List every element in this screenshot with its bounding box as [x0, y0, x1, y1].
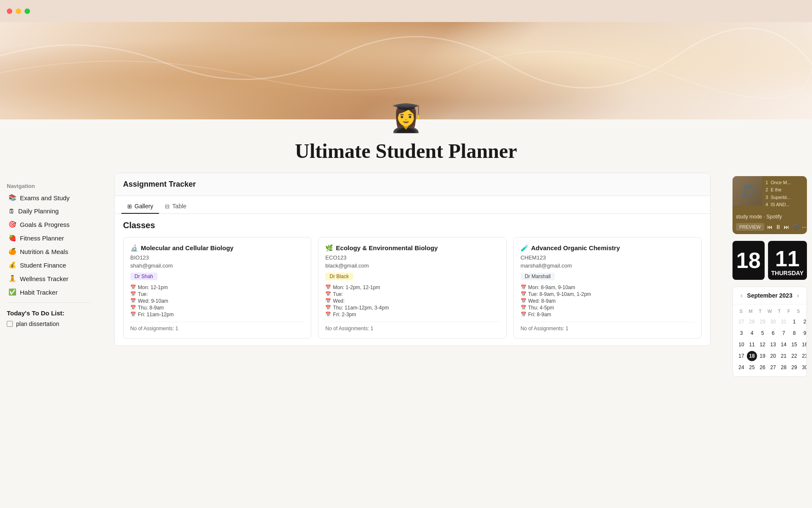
- maximize-button[interactable]: [25, 8, 30, 14]
- spotify-next-icon[interactable]: ⏭: [784, 224, 790, 230]
- cal-day-20[interactable]: 20: [768, 351, 778, 361]
- cal-day-28[interactable]: 28: [779, 362, 789, 373]
- sidebar-label-goals: Goals & Progress: [20, 221, 70, 228]
- sidebar-label-nutrition: Nutrition & Meals: [20, 248, 68, 255]
- cal-day-12[interactable]: 12: [757, 340, 768, 350]
- page-title: Ultimate Student Planner: [0, 139, 812, 163]
- gallery-tab-icon: ⊞: [127, 203, 132, 210]
- wellness-icon: 🧘: [8, 275, 16, 282]
- cal-day-5[interactable]: 5: [757, 328, 768, 338]
- chem-mon: 📅 Mon: 8-9am, 9-10am: [521, 284, 694, 290]
- gallery-tab-label: Gallery: [134, 203, 153, 210]
- bio-fri: 📅 Fri: 11am-12pm: [130, 312, 304, 318]
- calendar-header: ‹ September 2023 ›: [733, 287, 807, 304]
- tabs-bar: ⊞ Gallery ⊟ Table: [115, 196, 710, 214]
- fitness-icon: 🍓: [8, 234, 16, 242]
- cal-day-7[interactable]: 7: [779, 328, 789, 338]
- cal-icon: 📅: [325, 298, 331, 304]
- cal-day-1[interactable]: 1: [789, 317, 799, 327]
- cal-day-27-prev[interactable]: 27: [736, 317, 746, 327]
- assignment-tracker-header: Assignment Tracker: [115, 173, 710, 196]
- cal-day-8[interactable]: 8: [789, 328, 799, 338]
- sidebar-item-nutrition[interactable]: 🍊 Nutrition & Meals: [2, 245, 96, 258]
- habit-icon: ✅: [8, 288, 16, 296]
- cal-day-29[interactable]: 29: [789, 362, 799, 373]
- page-title-area: Ultimate Student Planner: [0, 134, 812, 173]
- sidebar-item-daily[interactable]: 🗓 Daily Planning: [2, 204, 96, 218]
- spotify-prev-icon[interactable]: ⏮: [767, 224, 773, 230]
- cal-day-13[interactable]: 13: [768, 340, 778, 350]
- cal-day-19[interactable]: 19: [757, 351, 768, 361]
- cal-day-26[interactable]: 26: [757, 362, 768, 373]
- cal-day-21[interactable]: 21: [779, 351, 789, 361]
- cal-icon: 📅: [325, 291, 331, 297]
- cal-day-6[interactable]: 6: [768, 328, 778, 338]
- eco-wed: 📅 Wed:: [325, 298, 499, 304]
- sidebar-label-daily: Daily Planning: [18, 207, 59, 215]
- cal-day-28-prev[interactable]: 28: [747, 317, 757, 327]
- cal-day-27[interactable]: 27: [768, 362, 778, 373]
- track-1-title: Once M...: [771, 179, 791, 185]
- cal-header-s2: S: [793, 308, 803, 315]
- spotify-more-icon[interactable]: ···: [802, 224, 807, 230]
- cal-header-t1: T: [755, 308, 765, 315]
- cal-icon: 📅: [130, 312, 136, 317]
- avatar-area: 👩‍🎓: [0, 102, 812, 134]
- spotify-controls[interactable]: PREVIEW ⏮ ⏸ ⏭ ➕ ···: [732, 221, 807, 234]
- cal-day-3[interactable]: 3: [736, 328, 746, 338]
- close-button[interactable]: [7, 8, 12, 14]
- cal-day-14[interactable]: 14: [779, 340, 789, 350]
- bio-title-text: Molecular and Cellular Biology: [141, 244, 233, 251]
- cal-day-31-prev[interactable]: 31: [779, 317, 789, 327]
- cal-day-24[interactable]: 24: [736, 362, 746, 373]
- spotify-preview-button[interactable]: PREVIEW: [736, 223, 764, 231]
- class-card-bio: 🔬 Molecular and Cellular Biology BIO123 …: [123, 237, 311, 339]
- cal-day-4[interactable]: 4: [747, 328, 757, 338]
- date-number-18: 18: [736, 249, 761, 271]
- cal-next-button[interactable]: ›: [794, 291, 801, 300]
- cal-day-17[interactable]: 17: [736, 351, 746, 361]
- cal-day-18-today[interactable]: 18: [747, 351, 757, 361]
- sidebar-item-habit[interactable]: ✅ Habit Tracker: [2, 285, 96, 299]
- cal-day-2[interactable]: 2: [800, 317, 807, 327]
- chem-tue: 📅 Tue: 8-9am, 9-10am, 1-2pm: [521, 291, 694, 297]
- tab-gallery[interactable]: ⊞ Gallery: [121, 199, 159, 214]
- todo-checkbox-1[interactable]: [7, 321, 13, 327]
- eco-assignments-count: No of Assignments: 1: [325, 322, 499, 331]
- eco-professor-badge: Dr Black: [325, 273, 353, 280]
- minimize-button[interactable]: [16, 8, 21, 14]
- cal-day-9[interactable]: 9: [800, 328, 807, 338]
- spotify-pause-icon[interactable]: ⏸: [775, 224, 781, 230]
- daily-icon: 🗓: [8, 207, 15, 215]
- bio-wed: 📅 Wed: 9-10am: [130, 298, 304, 304]
- cal-day-22[interactable]: 22: [789, 351, 799, 361]
- cal-day-11[interactable]: 11: [747, 340, 757, 350]
- sidebar-item-finance[interactable]: 💰 Student Finance: [2, 258, 96, 272]
- cal-day-16[interactable]: 16: [800, 340, 807, 350]
- bio-email: shah@gmail.com: [130, 262, 304, 269]
- eco-fri: 📅 Fri: 2-3pm: [325, 312, 499, 318]
- sidebar-item-wellness[interactable]: 🧘 Wellness Tracker: [2, 272, 96, 285]
- todo-item-1[interactable]: plan dissertation: [0, 318, 97, 329]
- cal-day-29-prev[interactable]: 29: [757, 317, 768, 327]
- cal-day-30-prev[interactable]: 30: [768, 317, 778, 327]
- chem-fri: 📅 Fri: 8-9am: [521, 312, 694, 318]
- spotify-top: 🎵 1 Once M... 2 E the 3 Superbl...: [732, 176, 807, 212]
- cal-icon: 📅: [130, 291, 136, 297]
- tab-table[interactable]: ⊟ Table: [159, 199, 192, 214]
- sidebar-item-goals[interactable]: 🎯 Goals & Progress: [2, 218, 96, 231]
- cal-day-10[interactable]: 10: [736, 340, 746, 350]
- chem-wed: 📅 Wed: 8-9am: [521, 298, 694, 304]
- sidebar-item-fitness[interactable]: 🍓 Fitness Planner: [2, 231, 96, 245]
- cal-day-25[interactable]: 25: [747, 362, 757, 373]
- cal-header-m: M: [746, 308, 756, 315]
- cal-day-15[interactable]: 15: [789, 340, 799, 350]
- sidebar-item-exams[interactable]: 📚 Exams and Study: [2, 191, 96, 204]
- cal-day-30[interactable]: 30: [800, 362, 807, 373]
- cal-prev-button[interactable]: ‹: [738, 291, 745, 300]
- spotify-add-icon[interactable]: ➕: [792, 224, 799, 230]
- sidebar-label-finance: Student Finance: [20, 262, 66, 269]
- cal-day-23[interactable]: 23: [800, 351, 807, 361]
- date-box-11: 11 THURSDAY: [768, 241, 807, 280]
- cal-icon: 📅: [325, 284, 331, 290]
